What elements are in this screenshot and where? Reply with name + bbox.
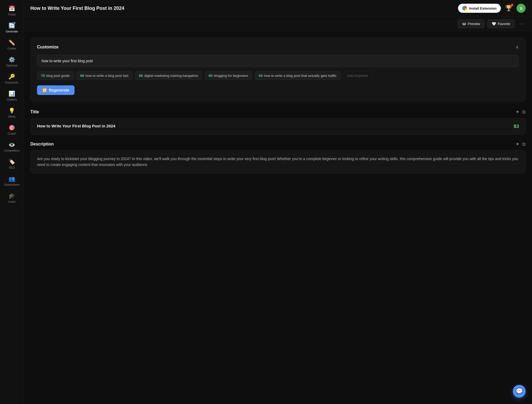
customize-title: Customize: [37, 45, 59, 49]
sidebar: 📅 Today 🔄 Generate ✏️ Create ⚙️ Optimize…: [0, 0, 24, 404]
sidebar-item-generate[interactable]: 🔄 Generate: [1, 20, 23, 36]
main-area: How to Write Your First Blog Post in 202…: [24, 0, 532, 404]
sidebar-item-ideas[interactable]: 💡 Ideas: [1, 105, 23, 121]
learn-icon: 🎓: [9, 193, 15, 199]
description-section-actions: ✦ ⧉: [515, 141, 526, 147]
trophy-icon: 🏆: [505, 5, 512, 12]
keyword-tags: 70 blog post guide 66 how to write a blo…: [37, 71, 519, 80]
sparkle-icon-desc[interactable]: ✦: [515, 141, 519, 147]
sidebar-label-learn: Learn: [8, 200, 15, 203]
today-icon: 📅: [9, 5, 15, 12]
eye-icon: 👁️: [462, 22, 466, 26]
top-nav: Install Extension 🏆 S: [458, 4, 526, 13]
title-section-header: Title ✦ ⧉: [30, 109, 526, 115]
keywords-icon: 🔑: [9, 73, 15, 80]
ideas-icon: 💡: [9, 107, 15, 114]
sidebar-label-ideas: Ideas: [8, 115, 15, 118]
copy-icon-title[interactable]: ⧉: [522, 109, 526, 115]
seo-icon: 🏷️: [9, 159, 15, 165]
sidebar-item-today[interactable]: 📅 Today: [1, 3, 23, 19]
sidebar-label-subscribers: Subscribers: [4, 183, 19, 186]
description-text: Are you ready to kickstart your blogging…: [37, 156, 519, 168]
avatar[interactable]: S: [517, 4, 526, 13]
customize-section: Customize ∧ 70 blog post guide 66 how to…: [30, 38, 526, 102]
sparkle-icon-title[interactable]: ✦: [515, 109, 519, 115]
title-score: 83: [514, 124, 519, 129]
add-keyword-button[interactable]: Add Keyword: [343, 71, 372, 80]
sidebar-label-today: Today: [8, 13, 16, 16]
description-section-label: Description: [30, 142, 54, 147]
sidebar-label-keywords: Keywords: [5, 81, 18, 84]
chat-fab-button[interactable]: 💬: [513, 385, 526, 398]
sidebar-label-generate: Generate: [6, 30, 18, 33]
outliers-icon: 📊: [9, 90, 15, 97]
keyword-score-2: 66: [139, 74, 143, 78]
regenerate-button[interactable]: 🔁 Regenerate: [37, 85, 75, 95]
sidebar-item-optimize[interactable]: ⚙️ Optimize: [1, 54, 23, 70]
sidebar-label-seo: SEO: [9, 166, 15, 169]
keyword-score-1: 66: [80, 74, 84, 78]
content-area: Customize ∧ 70 blog post guide 66 how to…: [24, 31, 532, 404]
generate-icon: 🔄: [9, 22, 15, 29]
title-section-label: Title: [30, 110, 39, 114]
keyword-tag-3[interactable]: 65 blogging for beginners: [205, 71, 252, 80]
search-input[interactable]: [37, 55, 519, 67]
sidebar-item-seo[interactable]: 🏷️ SEO: [1, 156, 23, 172]
more-options-button[interactable]: ···: [517, 20, 526, 28]
subscribers-icon: 👥: [9, 176, 15, 182]
keyword-text-4: how to write a blog post that actually g…: [264, 74, 337, 78]
keyword-tag-4[interactable]: 64 how to write a blog post that actuall…: [255, 71, 340, 80]
title-section-actions: ✦ ⧉: [515, 109, 526, 115]
favorite-button[interactable]: 🤍 Favorite: [487, 19, 515, 28]
keyword-tag-0[interactable]: 70 blog post guide: [37, 71, 74, 80]
title-card: How to Write Your First Blog Post in 202…: [30, 118, 526, 135]
sidebar-item-competitors[interactable]: 👁️ Competitors: [1, 139, 23, 155]
sidebar-label-optimize: Optimize: [6, 64, 18, 67]
keyword-tag-2[interactable]: 66 digital marketing training bangalore: [135, 71, 202, 80]
regenerate-icon: 🔁: [42, 88, 47, 92]
header: How to Write Your First Blog Post in 202…: [24, 0, 532, 17]
description-card: Are you ready to kickstart your blogging…: [30, 150, 526, 173]
optimize-icon: ⚙️: [9, 56, 15, 63]
preview-button[interactable]: 👁️ Preview: [457, 19, 485, 28]
customize-header: Customize ∧: [37, 44, 519, 50]
keyword-score-0: 70: [41, 74, 45, 78]
chrome-icon: [462, 6, 467, 11]
action-bar: 👁️ Preview 🤍 Favorite ···: [24, 17, 532, 31]
page-title: How to Write Your First Blog Post in 202…: [30, 6, 124, 11]
install-extension-button[interactable]: Install Extension: [458, 4, 501, 13]
heart-icon: 🤍: [492, 22, 496, 26]
description-section: Description ✦ ⧉ Are you ready to kicksta…: [30, 141, 526, 173]
sidebar-label-competitors: Competitors: [4, 149, 20, 152]
sidebar-item-outliers[interactable]: 📊 Outliers: [1, 88, 23, 104]
sidebar-label-coach: Coach: [8, 132, 16, 135]
keyword-score-4: 64: [259, 74, 262, 78]
sidebar-label-outliers: Outliers: [7, 98, 17, 101]
chat-icon: 💬: [516, 388, 523, 395]
sidebar-item-create[interactable]: ✏️ Create: [1, 37, 23, 53]
sidebar-item-coach[interactable]: 🎯 Coach: [1, 122, 23, 138]
sidebar-item-learn[interactable]: 🎓 Learn: [1, 190, 23, 206]
coach-icon: 🎯: [9, 124, 15, 131]
keyword-text-2: digital marketing training bangalore: [144, 74, 198, 78]
keyword-score-3: 65: [209, 74, 212, 78]
sidebar-item-keywords[interactable]: 🔑 Keywords: [1, 71, 23, 87]
keyword-tag-1[interactable]: 66 how to write a blog post fast: [76, 71, 133, 80]
competitors-icon: 👁️: [9, 141, 15, 148]
keyword-text-0: blog post guide: [46, 74, 69, 78]
sidebar-label-create: Create: [7, 47, 16, 50]
title-section: Title ✦ ⧉ How to Write Your First Blog P…: [30, 109, 526, 135]
create-icon: ✏️: [9, 39, 15, 46]
collapse-button[interactable]: ∧: [515, 44, 519, 50]
keyword-text-3: blogging for beginners: [214, 74, 248, 78]
description-section-header: Description ✦ ⧉: [30, 141, 526, 147]
sidebar-item-subscribers[interactable]: 👥 Subscribers: [1, 173, 23, 189]
keyword-text-1: how to write a blog post fast: [85, 74, 128, 78]
copy-icon-desc[interactable]: ⧉: [522, 141, 526, 147]
trophy-badge: [511, 4, 513, 6]
title-card-text: How to Write Your First Blog Post in 202…: [37, 124, 509, 128]
